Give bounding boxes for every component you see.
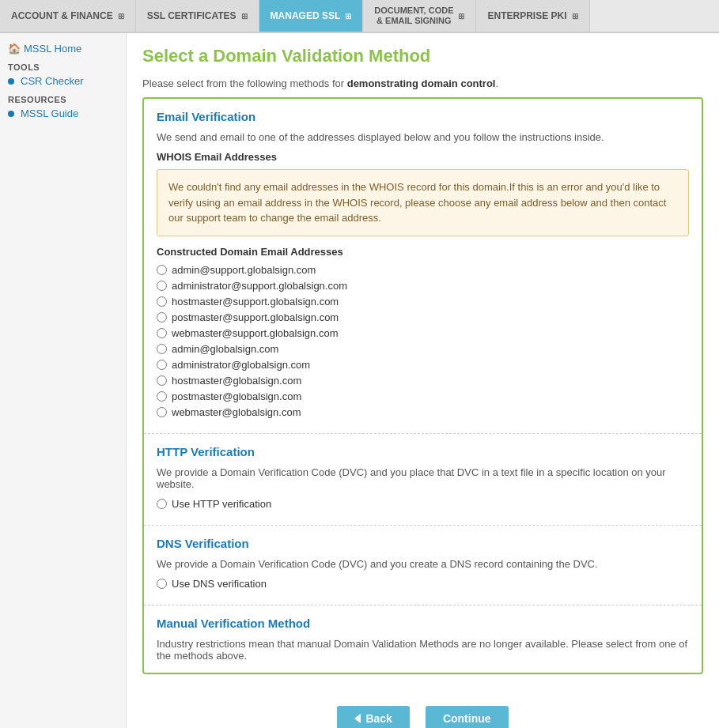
tab-enterprise-pki-icon: ⊞ [572, 12, 578, 21]
email-radio-input-9[interactable] [157, 407, 167, 417]
sidebar-mssl-guide[interactable]: MSSL Guide [8, 108, 118, 119]
sidebar-csr-checker[interactable]: CSR Checker [8, 75, 118, 87]
email-radio-label-9: webmaster@globalsign.com [172, 406, 301, 418]
tab-ssl-certificates[interactable]: SSL CERTIFICATES ⊞ [136, 0, 259, 32]
dns-radio-label: Use DNS verification [172, 578, 267, 590]
intro-text-end: . [495, 77, 498, 89]
email-radio-label-8: postmaster@globalsign.com [172, 390, 301, 402]
email-radio-label-7: hostmaster@globalsign.com [172, 375, 301, 387]
http-radio-input[interactable] [157, 499, 167, 509]
email-radio-option-2[interactable]: hostmaster@support.globalsign.com [157, 296, 689, 307]
sidebar-tools-heading: TOOLS [8, 62, 118, 72]
email-radio-input-7[interactable] [157, 375, 167, 386]
email-radio-option-6[interactable]: administrator@globalsign.com [157, 359, 689, 371]
manual-section-desc: Industry restrictions mean that manual D… [157, 638, 689, 662]
intro-text-before: Please select from the following methods… [142, 77, 347, 89]
email-radio-option-1[interactable]: administrator@support.globalsign.com [157, 280, 689, 292]
email-radio-input-0[interactable] [157, 265, 167, 275]
dns-radio-option[interactable]: Use DNS verification [157, 578, 689, 590]
email-radio-option-0[interactable]: admin@support.globalsign.com [157, 264, 689, 276]
email-radio-option-3[interactable]: postmaster@support.globalsign.com [157, 311, 689, 323]
whois-warning-text: We couldn't find any email addresses in … [168, 181, 666, 224]
tab-ssl-certificates-icon: ⊞ [241, 12, 248, 21]
content-area: Select a Domain Validation Method Please… [127, 33, 719, 728]
email-section-desc: We send and email to one of the addresse… [157, 131, 689, 143]
csr-checker-dot [8, 78, 14, 85]
intro-paragraph: Please select from the following methods… [142, 77, 703, 89]
http-section-title: HTTP Verification [157, 445, 689, 458]
email-radio-label-4: webmaster@support.globalsign.com [172, 327, 338, 339]
manual-verification-section: Manual Verification Method Industry rest… [144, 605, 702, 673]
tab-enterprise-pki-label: ENTERPRISE PKI [487, 10, 566, 21]
email-radio-input-5[interactable] [157, 344, 167, 354]
buttons-row: Back Continue [142, 690, 703, 729]
main-container: 🏠 MSSL Home TOOLS CSR Checker RESOURCES … [0, 33, 719, 728]
http-radio-option[interactable]: Use HTTP verification [157, 498, 689, 510]
email-radio-option-7[interactable]: hostmaster@globalsign.com [157, 375, 689, 387]
tab-managed-ssl-icon: ⊞ [345, 12, 351, 21]
sidebar-resources-heading: RESOURCES [8, 95, 118, 104]
continue-button-label: Continue [443, 712, 491, 725]
email-radio-input-3[interactable] [157, 312, 167, 323]
tab-managed-ssl-label: MANAGED SSL [271, 10, 341, 21]
email-radio-input-8[interactable] [157, 391, 167, 402]
email-verification-section: Email Verification We send and email to … [144, 99, 702, 434]
tab-enterprise-pki[interactable]: ENTERPRISE PKI ⊞ [476, 0, 589, 32]
top-navigation: ACCOUNT & FINANCE ⊞ SSL CERTIFICATES ⊞ M… [0, 0, 719, 33]
sidebar-mssl-home[interactable]: 🏠 MSSL Home [8, 43, 118, 55]
email-radio-input-6[interactable] [157, 360, 167, 370]
back-arrow-icon [354, 714, 361, 723]
email-radio-label-6: administrator@globalsign.com [172, 359, 310, 371]
tab-account-finance-icon: ⊞ [118, 12, 124, 21]
continue-button[interactable]: Continue [426, 706, 509, 729]
email-radio-option-8[interactable]: postmaster@globalsign.com [157, 390, 689, 402]
tab-managed-ssl[interactable]: MANAGED SSL ⊞ [259, 0, 364, 32]
http-section-desc: We provide a Domain Verification Code (D… [157, 466, 689, 490]
whois-label: WHOIS Email Addresses [157, 151, 689, 163]
sidebar-mssl-guide-label: MSSL Guide [21, 108, 78, 119]
page-title: Select a Domain Validation Method [142, 46, 703, 66]
mssl-guide-dot [8, 111, 14, 117]
sidebar: 🏠 MSSL Home TOOLS CSR Checker RESOURCES … [0, 33, 127, 728]
tab-doc-label: DOCUMENT, CODE & EMAIL SIGNING [374, 6, 453, 26]
sidebar-home-label: MSSL Home [24, 43, 81, 55]
manual-section-title: Manual Verification Method [157, 617, 689, 630]
email-radio-label-3: postmaster@support.globalsign.com [172, 311, 339, 323]
dns-section-desc: We provide a Domain Verification Code (D… [157, 558, 689, 570]
validation-methods-box: Email Verification We send and email to … [142, 97, 703, 674]
back-button[interactable]: Back [337, 706, 409, 729]
email-radio-input-4[interactable] [157, 328, 167, 338]
email-radio-input-2[interactable] [157, 296, 167, 307]
sidebar-csr-label: CSR Checker [21, 75, 83, 87]
email-radio-label-2: hostmaster@support.globalsign.com [172, 296, 339, 307]
home-icon: 🏠 [8, 43, 21, 55]
constructed-label: Constructed Domain Email Addresses [157, 246, 689, 258]
tab-ssl-certificates-label: SSL CERTIFICATES [147, 10, 237, 21]
email-radio-label-5: admin@globalsign.com [172, 343, 278, 355]
dns-verification-section: DNS Verification We provide a Domain Ver… [144, 526, 702, 605]
tab-account-finance[interactable]: ACCOUNT & FINANCE ⊞ [0, 0, 136, 32]
email-radio-label-1: administrator@support.globalsign.com [172, 280, 347, 292]
email-radio-group: admin@support.globalsign.comadministrato… [157, 264, 689, 418]
email-section-title: Email Verification [157, 110, 689, 123]
tab-account-finance-label: ACCOUNT & FINANCE [11, 10, 113, 21]
dns-radio-input[interactable] [157, 579, 167, 589]
email-radio-option-5[interactable]: admin@globalsign.com [157, 343, 689, 355]
back-button-label: Back [365, 712, 392, 725]
email-radio-option-4[interactable]: webmaster@support.globalsign.com [157, 327, 689, 339]
email-radio-input-1[interactable] [157, 281, 167, 291]
whois-warning: We couldn't find any email addresses in … [157, 169, 689, 236]
email-radio-option-9[interactable]: webmaster@globalsign.com [157, 406, 689, 418]
dns-section-title: DNS Verification [157, 537, 689, 550]
email-radio-label-0: admin@support.globalsign.com [172, 264, 316, 276]
http-radio-label: Use HTTP verification [172, 498, 271, 510]
intro-text-bold: demonstrating domain control [347, 77, 496, 89]
http-verification-section: HTTP Verification We provide a Domain Ve… [144, 434, 702, 526]
tab-doc-icon: ⊞ [458, 12, 464, 21]
tab-doc-code-email[interactable]: DOCUMENT, CODE & EMAIL SIGNING ⊞ [363, 0, 476, 32]
